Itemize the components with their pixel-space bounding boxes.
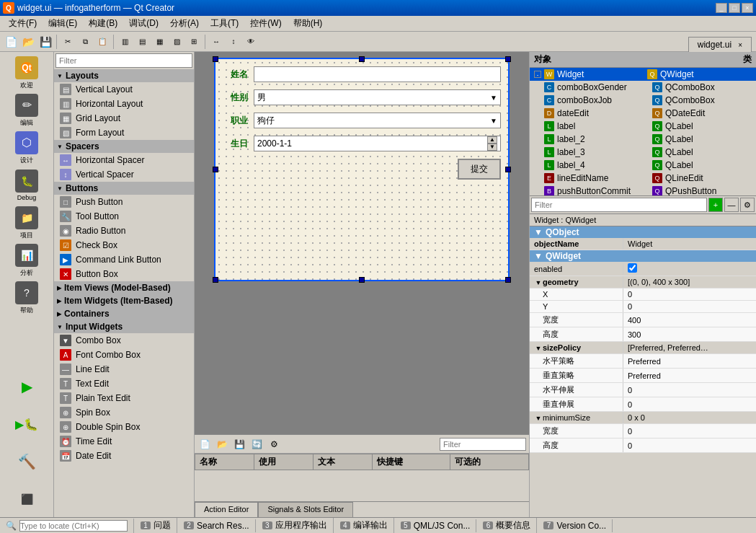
prop-value-width[interactable]: 400 — [623, 314, 756, 326]
toolbar-adjust-h[interactable]: ↔ — [208, 34, 224, 50]
section-input-widgets[interactable]: ▼ Input Widgets — [54, 320, 194, 333]
status-qml[interactable]: 5 QML/JS Con... — [395, 519, 477, 532]
prop-value-vpolicy[interactable]: Preferred — [623, 370, 756, 382]
date-up-button[interactable]: ▲ — [487, 136, 497, 144]
status-appout[interactable]: 3 应用程序输出 — [257, 518, 334, 533]
widget-double-spin-box[interactable]: ⊕ Double Spin Box — [54, 420, 194, 434]
status-version[interactable]: 7 Version Co... — [538, 519, 613, 532]
status-search[interactable]: 2 Search Res... — [178, 519, 256, 532]
toolbar-layout-g[interactable]: ▦ — [151, 34, 167, 50]
toolbar-preview[interactable]: 👁 — [243, 34, 259, 50]
locate-input[interactable] — [19, 520, 128, 532]
file-tab[interactable]: widget.ui × — [688, 37, 752, 52]
widget-radio-button[interactable]: ◉ Radio Button — [54, 224, 194, 238]
prop-value-hpolicy[interactable]: Preferred — [623, 356, 756, 367]
date-down-button[interactable]: ▼ — [487, 144, 497, 151]
obj-row-label2[interactable]: L label_2 Q QLabel — [530, 133, 756, 146]
sidebar-project[interactable]: 📁 项目 — [5, 205, 48, 241]
obj-row-lineedit[interactable]: E lineEditName Q QLineEdit — [530, 172, 756, 185]
tab-signals-slots[interactable]: Signals & Slots Editor — [258, 502, 353, 517]
widget-spin-box[interactable]: ⊕ Spin Box — [54, 405, 194, 420]
obj-row-comboboxjob[interactable]: C comboBoxJob Q QComboBox — [530, 94, 756, 107]
prop-options-btn[interactable]: ⚙ — [740, 198, 755, 212]
handle-bot-left[interactable] — [213, 277, 218, 283]
sidebar-terminal[interactable]: ⬛ — [5, 481, 48, 517]
section-layouts[interactable]: ▼ Layouts — [54, 69, 194, 82]
widget-font-combo-box[interactable]: A Font Combo Box — [54, 348, 194, 362]
prop-value-vstretch[interactable]: 0 — [623, 399, 756, 410]
toolbar-copy[interactable]: ⧉ — [77, 34, 93, 50]
prop-value-x[interactable]: 0 — [623, 288, 756, 300]
bottom-refresh-btn[interactable]: 🔄 — [249, 437, 264, 451]
geometry-expand-icon[interactable]: ▼ — [534, 279, 543, 286]
toolbar-break[interactable]: ⊞ — [186, 34, 202, 50]
handle-top-right[interactable] — [505, 56, 511, 62]
obj-row-comboboxgender[interactable]: C comboBoxGender Q QComboBox — [530, 81, 756, 94]
widget-form-layout[interactable]: ▧ Form Layout — [54, 125, 194, 140]
prop-value-minsize[interactable]: 0 x 0 — [623, 412, 756, 423]
prop-value-height[interactable]: 300 — [623, 329, 756, 340]
status-compileout[interactable]: 4 编译输出 — [334, 518, 394, 533]
prop-add-btn[interactable]: + — [708, 198, 723, 212]
bottom-filter-input[interactable] — [440, 438, 526, 451]
menu-edit[interactable]: 编辑(E) — [43, 16, 83, 31]
section-containers[interactable]: ▶ Containers — [54, 307, 194, 320]
bottom-new-btn[interactable]: 📄 — [197, 437, 212, 451]
prop-filter-input[interactable] — [531, 198, 707, 212]
toolbar-open[interactable]: 📂 — [20, 34, 36, 50]
prop-value-minheight[interactable]: 0 — [623, 440, 756, 451]
sidebar-debug[interactable]: 🐛 Debug — [5, 167, 48, 203]
toolbar-save[interactable]: 💾 — [37, 34, 53, 50]
widget-vert-spacer[interactable]: ↕ Vertical Spacer — [54, 167, 194, 182]
maximize-button[interactable]: □ — [729, 3, 740, 13]
handle-top-mid[interactable] — [359, 56, 365, 62]
tab-close-icon[interactable]: × — [738, 41, 742, 49]
bottom-save-btn[interactable]: 💾 — [232, 437, 246, 451]
widget-horiz-spacer[interactable]: ↔ Horizontal Spacer — [54, 153, 194, 167]
prop-value-minwidth[interactable]: 0 — [623, 426, 756, 437]
sizepolicy-expand-icon[interactable]: ▼ — [534, 345, 543, 352]
widget-grid-layout[interactable]: ▦ Grid Layout — [54, 111, 194, 125]
sidebar-debug-run[interactable]: ▶🐛 — [5, 406, 48, 442]
widget-combo-box[interactable]: ▼ Combo Box — [54, 333, 194, 348]
minsize-expand-icon[interactable]: ▼ — [534, 415, 543, 422]
handle-bot-right[interactable] — [505, 277, 511, 283]
menu-help[interactable]: 帮助(H) — [288, 16, 329, 31]
prop-value-enabled[interactable] — [623, 262, 756, 276]
obj-row-pushbutton[interactable]: B pushButtonCommit Q QPushButton — [530, 185, 756, 195]
widget-text-edit[interactable]: T Text Edit — [54, 376, 194, 391]
widget-push-button[interactable]: □ Push Button — [54, 195, 194, 209]
widget-vertical-layout[interactable]: ▤ Vertical Layout — [54, 82, 194, 97]
menu-analyze[interactable]: 分析(A) — [164, 16, 205, 31]
minimize-button[interactable]: _ — [716, 3, 727, 13]
form-canvas[interactable]: 姓名 性别 男 ▼ 职业 狗仔 ▼ — [214, 58, 510, 281]
obj-row-widget[interactable]: - W Widget Q QWidget — [530, 68, 756, 81]
prop-remove-btn[interactable]: — — [724, 198, 739, 212]
handle-top-left[interactable] — [213, 56, 218, 62]
menu-controls[interactable]: 控件(W) — [244, 16, 287, 31]
widget-command-link[interactable]: ▶ Command Link Button — [54, 252, 194, 267]
bottom-settings-btn[interactable]: ⚙ — [267, 437, 281, 451]
prop-value-sizepolicy[interactable]: [Preferred, Preferred… — [623, 342, 756, 353]
obj-row-dateedit[interactable]: D dateEdit Q QDateEdit — [530, 107, 756, 120]
sidebar-build[interactable]: 🔨 — [5, 444, 48, 480]
toolbar-layout-v[interactable]: ▤ — [134, 34, 150, 50]
close-button[interactable]: × — [742, 3, 753, 13]
prop-value-objectname[interactable]: Widget — [623, 238, 756, 250]
widget-time-edit[interactable]: ⏰ Time Edit — [54, 434, 194, 449]
status-overview[interactable]: 6 概要信息 — [477, 518, 537, 533]
toolbar-new[interactable]: 📄 — [3, 34, 19, 50]
sidebar-analyze[interactable]: 📊 分析 — [5, 242, 48, 278]
submit-button[interactable]: 提交 — [458, 159, 501, 180]
date-edit-birthday[interactable]: 2000-1-1 ▲ ▼ — [254, 136, 501, 151]
combo-gender[interactable]: 男 ▼ — [254, 89, 501, 105]
bottom-open-btn[interactable]: 📂 — [215, 437, 229, 451]
prop-section-qwidget[interactable]: ▼ QWidget — [530, 250, 756, 262]
obj-row-label3[interactable]: L label_3 Q QLabel — [530, 146, 756, 159]
toolbar-adjust-v[interactable]: ↕ — [226, 34, 241, 50]
input-name[interactable] — [254, 66, 501, 82]
toolbar-layout-h[interactable]: ▥ — [117, 34, 133, 50]
menu-file[interactable]: 文件(F) — [3, 16, 43, 31]
widget-filter-input[interactable] — [55, 53, 192, 68]
sidebar-edit[interactable]: ✏ 编辑 — [5, 92, 48, 128]
